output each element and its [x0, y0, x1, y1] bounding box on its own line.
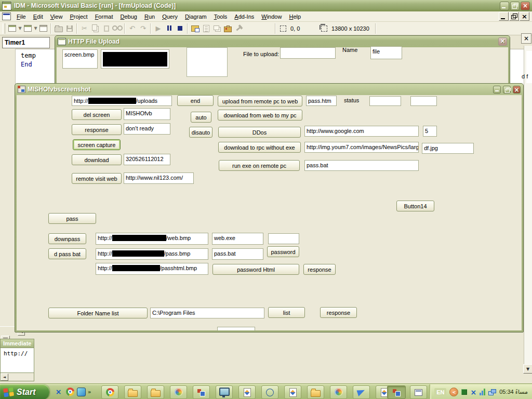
download-web-button[interactable]: download from web to my pc — [218, 110, 302, 121]
toolbox-icon[interactable] — [222, 23, 233, 34]
cut-icon[interactable]: ✂ — [79, 23, 90, 34]
http-upload-titlebar[interactable]: HTTP File Upload — [55, 36, 510, 47]
tray-signal-icon[interactable] — [480, 389, 485, 395]
folder-name-list-button[interactable]: Folder Name list — [48, 308, 148, 318]
http-upload-close-icon[interactable] — [498, 37, 507, 46]
password-html-button[interactable]: password Html — [212, 264, 299, 275]
response-button-mid[interactable]: response — [303, 264, 336, 275]
menu-format[interactable]: Format — [91, 12, 117, 21]
end-button[interactable]: end — [177, 95, 214, 106]
remote-visit-button[interactable]: remote visit web — [72, 173, 122, 184]
object-browser-icon[interactable] — [233, 23, 244, 34]
tray-x-icon[interactable] — [470, 389, 476, 396]
immediate-content[interactable]: http:// — [0, 348, 34, 373]
web-exe-field[interactable]: web.exe — [212, 233, 263, 245]
d-pass-bat-button[interactable]: d pass bat — [48, 248, 86, 259]
menu-editor-icon[interactable] — [38, 23, 49, 34]
add-project-dropdown-icon[interactable]: ▼ — [18, 23, 22, 34]
find-icon[interactable] — [112, 23, 123, 34]
menu-query[interactable]: Query — [158, 12, 181, 21]
response-button-bottom[interactable]: response — [320, 307, 357, 318]
quicklaunch-app-icon[interactable] — [77, 388, 86, 396]
menu-run[interactable]: Run — [141, 12, 158, 21]
taskbar-button-vbforms-active[interactable] — [387, 385, 406, 399]
status-field-1[interactable] — [369, 96, 401, 106]
list-button[interactable]: list — [268, 307, 305, 318]
quicklaunch-cut-icon[interactable] — [54, 388, 63, 396]
close-button[interactable] — [521, 2, 530, 10]
misho-maximize-icon[interactable] — [503, 86, 511, 94]
taskbar-button-vbproject-2[interactable] — [284, 385, 301, 399]
uploads-url-field[interactable]: http:///uploads — [72, 96, 172, 106]
paste-icon[interactable] — [101, 23, 112, 34]
redo-icon[interactable]: ↷ — [138, 23, 149, 34]
tray-green-icon[interactable] — [461, 389, 467, 395]
menu-diagram[interactable]: Diagram — [181, 12, 210, 21]
quicklaunch-more-chevron[interactable]: » — [88, 389, 91, 395]
name-field[interactable]: file — [370, 46, 402, 59]
disauto-button[interactable]: disauto — [189, 127, 212, 138]
tray-network-icon[interactable] — [488, 389, 496, 395]
google-url-field[interactable]: http://www.google.com — [304, 126, 419, 137]
taskbar-button-computer[interactable] — [216, 385, 233, 399]
save-project-icon[interactable] — [64, 23, 75, 34]
menu-debug[interactable]: Debug — [116, 12, 140, 21]
quicklaunch-chrome-icon[interactable] — [65, 388, 74, 396]
taskbar-button-folder-2[interactable] — [147, 385, 164, 399]
add-form-icon[interactable] — [22, 23, 33, 34]
pass-button[interactable]: pass — [48, 213, 96, 224]
menu-edit[interactable]: Edit — [30, 12, 47, 21]
count-field[interactable]: 5 — [423, 126, 437, 137]
menu-view[interactable]: View — [47, 12, 66, 21]
file-to-upload-field[interactable] — [280, 47, 336, 59]
pass-bat-field-2[interactable]: pass.bat — [212, 248, 263, 260]
status-field-2[interactable] — [410, 96, 437, 106]
child-close-button[interactable] — [520, 12, 529, 21]
project-explorer-icon[interactable] — [190, 23, 201, 34]
pass-htm-field[interactable]: pass.htm — [306, 96, 337, 106]
object-dropdown[interactable]: Timer1 — [2, 37, 50, 48]
form-document-icon[interactable] — [2, 12, 11, 20]
start-run-icon[interactable]: ▶ — [153, 23, 164, 34]
code-window-close-icon[interactable]: × — [521, 33, 531, 44]
hide-icons-chevron[interactable]: < — [449, 388, 458, 396]
minimize-button[interactable] — [500, 2, 509, 10]
ready-status-field[interactable]: don't ready — [124, 123, 170, 135]
run-exe-button[interactable]: run exe on remote pc — [219, 160, 300, 171]
taskbar-button-chrome[interactable] — [101, 385, 118, 399]
screen-file-field[interactable]: screen.bmp — [62, 49, 98, 69]
toolbar-grip[interactable] — [3, 23, 5, 34]
redacted-field[interactable] — [101, 49, 169, 69]
misho-name-field[interactable]: MISHOfvb — [124, 108, 170, 120]
passhtml-url-field[interactable]: http:///passhtml.bmp — [96, 263, 208, 275]
child-restore-button[interactable] — [509, 12, 519, 21]
misho-titlebar[interactable]: MISHOfvbscreenshot — [15, 84, 523, 95]
password-button[interactable]: password — [267, 246, 299, 257]
restore-button[interactable] — [510, 2, 520, 10]
downpass-button[interactable]: downpass — [48, 233, 86, 244]
download-id-field[interactable]: 320526112012 — [124, 154, 170, 165]
end-stop-icon[interactable] — [175, 23, 185, 34]
code-vertical-scrollbar[interactable] — [524, 46, 532, 373]
misho-minimize-icon[interactable] — [493, 86, 501, 94]
add-project-icon[interactable] — [7, 23, 18, 34]
response-button-top[interactable]: response — [72, 124, 122, 135]
copy-icon[interactable] — [90, 23, 101, 34]
pass-bat-field-top[interactable]: pass.bat — [304, 160, 419, 171]
taskbar-button-media-1[interactable] — [170, 385, 187, 399]
auto-button[interactable]: auto — [191, 112, 211, 123]
scroll-left-icon[interactable]: ◄ — [1, 374, 8, 381]
undo-icon[interactable]: ↶ — [127, 23, 138, 34]
taskbar-button-folder-1[interactable] — [124, 385, 141, 399]
ddos-button[interactable]: DDos — [218, 127, 301, 138]
taskbar-button-media-2[interactable] — [330, 385, 347, 399]
taskbar-button-dart[interactable] — [353, 385, 370, 399]
properties-window-icon[interactable] — [201, 23, 211, 34]
immediate-titlebar[interactable]: Immediate — [0, 339, 34, 348]
web-bmp-url-field[interactable]: http:///web.bmp — [96, 233, 208, 245]
screen-capture-button[interactable]: screen capture — [73, 139, 121, 150]
taskbar-button-browser[interactable] — [261, 385, 278, 399]
misho-close-icon[interactable] — [513, 86, 521, 94]
taskbar-button-folder-3[interactable] — [307, 385, 324, 399]
add-form-dropdown-icon[interactable]: ▼ — [33, 23, 38, 34]
